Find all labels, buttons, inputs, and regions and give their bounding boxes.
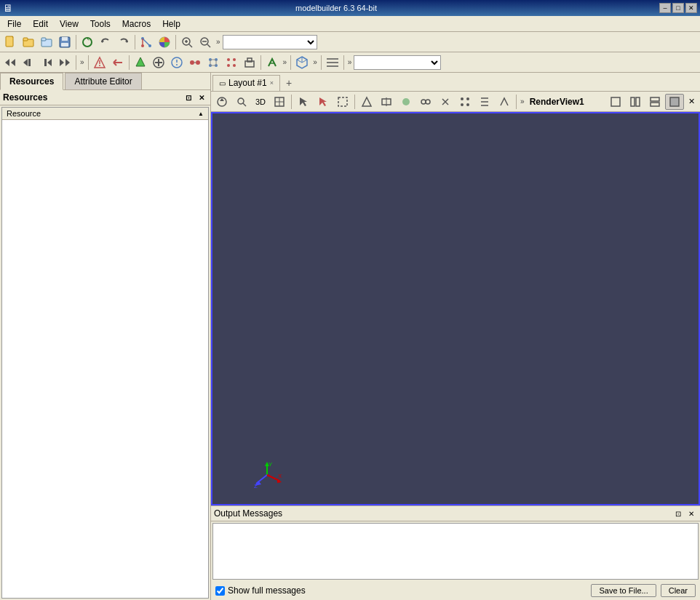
select-mode-btn[interactable] bbox=[333, 94, 352, 110]
orient-btn2[interactable] bbox=[377, 94, 396, 110]
save-to-file-button[interactable]: Save to File... bbox=[591, 584, 656, 597]
svg-line-67 bbox=[297, 60, 302, 63]
left-panel: Resources Attribute Editor Resources ⊡ ✕… bbox=[0, 73, 211, 600]
view-mode-3[interactable] bbox=[645, 94, 664, 110]
view-close-btn[interactable]: ✕ bbox=[685, 94, 699, 110]
orient-btn8[interactable] bbox=[495, 94, 514, 110]
toolbar-row-2: » » » » bbox=[0, 52, 700, 73]
save-button[interactable] bbox=[56, 33, 73, 51]
action-btn-6[interactable] bbox=[186, 54, 204, 71]
connect-button[interactable] bbox=[138, 33, 155, 51]
action-btn-5[interactable] bbox=[168, 54, 186, 71]
action-btn-10[interactable] bbox=[263, 54, 281, 71]
action-btn-2[interactable] bbox=[109, 54, 127, 71]
vt-more[interactable]: » bbox=[519, 97, 526, 105]
view-mode-1[interactable] bbox=[606, 94, 625, 110]
svg-line-15 bbox=[143, 39, 150, 46]
tab-resources[interactable]: Resources bbox=[0, 73, 63, 90]
svg-marker-40 bbox=[136, 57, 145, 66]
tab-attribute-editor[interactable]: Attribute Editor bbox=[65, 73, 141, 89]
layout-tab-close[interactable]: × bbox=[270, 79, 274, 87]
orient-btn7[interactable] bbox=[475, 94, 494, 110]
view-mode-2[interactable] bbox=[626, 94, 645, 110]
toolbar2-more-4[interactable]: » bbox=[346, 58, 354, 66]
action-btn-7[interactable] bbox=[204, 54, 222, 71]
zoom-in-btn[interactable] bbox=[232, 94, 251, 110]
resources-expand-btn[interactable]: ⊡ bbox=[183, 92, 194, 103]
nav-btn-2[interactable] bbox=[20, 54, 37, 71]
action-btn-1[interactable] bbox=[91, 54, 108, 71]
menu-view[interactable]: View bbox=[54, 17, 84, 31]
orient-btn6[interactable] bbox=[456, 94, 474, 110]
toolbar2-more-3[interactable]: » bbox=[311, 58, 319, 66]
show-full-messages-checkbox-area: Show full messages bbox=[215, 585, 306, 596]
output-footer-right: Save to File... Clear bbox=[591, 584, 696, 597]
orient-btn5[interactable] bbox=[436, 94, 455, 110]
separator-2 bbox=[135, 35, 135, 49]
menu-help[interactable]: Help bbox=[156, 17, 186, 31]
select-minus-btn[interactable] bbox=[314, 94, 333, 110]
svg-marker-80 bbox=[319, 97, 327, 106]
new-button[interactable] bbox=[1, 33, 19, 51]
svg-text:X: X bbox=[278, 473, 282, 479]
action-btn-3[interactable] bbox=[132, 54, 149, 71]
maximize-button[interactable]: □ bbox=[672, 3, 684, 13]
select-btn[interactable] bbox=[294, 94, 313, 110]
svg-marker-82 bbox=[362, 97, 371, 106]
menu-file[interactable]: File bbox=[1, 17, 27, 31]
main-layout: Resources Attribute Editor Resources ⊡ ✕… bbox=[0, 73, 700, 600]
render-combo[interactable] bbox=[354, 55, 441, 70]
svg-marker-26 bbox=[5, 59, 9, 66]
zoom-fit-button[interactable] bbox=[196, 33, 214, 51]
cube-btn[interactable] bbox=[293, 54, 311, 71]
menu-macros[interactable]: Macros bbox=[116, 17, 156, 31]
camera-reset-btn[interactable] bbox=[212, 94, 231, 110]
render-viewport[interactable]: Y Z X bbox=[211, 112, 700, 505]
menu-edit[interactable]: Edit bbox=[27, 17, 54, 31]
sort-arrow-icon: ▲ bbox=[198, 111, 204, 117]
svg-point-74 bbox=[238, 98, 244, 104]
3d-btn[interactable]: 3D bbox=[252, 94, 269, 110]
svg-point-58 bbox=[227, 58, 230, 61]
zoom-reset-button[interactable] bbox=[178, 33, 196, 51]
svg-rect-101 bbox=[651, 103, 659, 106]
zoom-fit-view-btn[interactable] bbox=[270, 94, 289, 110]
action-btn-8[interactable] bbox=[223, 54, 240, 71]
layout-icon: ▭ bbox=[219, 79, 226, 87]
resources-close-btn[interactable]: ✕ bbox=[196, 92, 207, 103]
layout-tab-1[interactable]: ▭ Layout #1 × bbox=[212, 75, 280, 91]
orient-btn1[interactable] bbox=[357, 94, 376, 110]
svg-rect-29 bbox=[28, 59, 31, 66]
reload-button[interactable] bbox=[79, 33, 96, 51]
window-title: modelbuilder 6.3 64-bit bbox=[13, 4, 659, 12]
nav-btn-3[interactable] bbox=[38, 54, 55, 71]
menu-tools[interactable]: Tools bbox=[84, 17, 116, 31]
open-recent-button[interactable] bbox=[38, 33, 55, 51]
toolbar2-more-2[interactable]: » bbox=[282, 58, 289, 66]
action-btn-4[interactable] bbox=[150, 54, 167, 71]
toolbar2-more-1[interactable]: » bbox=[79, 58, 86, 66]
toolbar1-more[interactable]: » bbox=[215, 38, 222, 46]
color-button[interactable] bbox=[156, 33, 173, 51]
lines-btn[interactable] bbox=[324, 54, 341, 71]
action-btn-9[interactable] bbox=[241, 54, 258, 71]
view-mode-full[interactable] bbox=[665, 94, 684, 110]
svg-marker-73 bbox=[220, 98, 224, 101]
nav-btn-1[interactable] bbox=[1, 54, 19, 71]
open-button[interactable] bbox=[20, 33, 37, 51]
clear-button[interactable]: Clear bbox=[661, 584, 696, 597]
redo-button[interactable] bbox=[115, 33, 132, 51]
orient-btn4[interactable] bbox=[416, 94, 435, 110]
output-expand-btn[interactable]: ⊡ bbox=[672, 508, 684, 519]
orient-btn3[interactable] bbox=[397, 94, 415, 110]
svg-marker-33 bbox=[65, 59, 70, 66]
nav-btn-4[interactable] bbox=[56, 54, 73, 71]
add-layout-tab-button[interactable]: + bbox=[282, 76, 296, 90]
svg-point-90 bbox=[461, 97, 464, 100]
minimize-button[interactable]: – bbox=[659, 3, 671, 13]
pipeline-combo[interactable] bbox=[223, 35, 317, 49]
show-full-messages-checkbox[interactable] bbox=[215, 586, 225, 596]
close-button[interactable]: ✕ bbox=[685, 3, 697, 13]
undo-button[interactable] bbox=[97, 33, 114, 51]
output-close-btn[interactable]: ✕ bbox=[685, 508, 697, 519]
